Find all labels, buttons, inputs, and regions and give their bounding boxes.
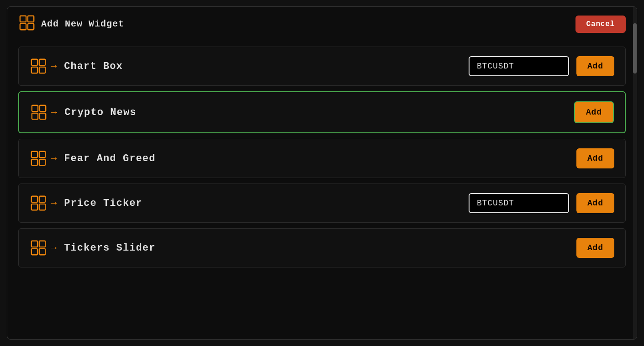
svg-rect-16 (32, 196, 37, 202)
arrow-icon-price-ticker: → (51, 198, 57, 209)
widget-icon-area-fear-and-greed: → (30, 150, 57, 167)
svg-rect-2 (20, 24, 26, 30)
widget-name-crypto-news: Crypto News (64, 107, 567, 118)
svg-rect-18 (32, 204, 37, 210)
widget-input-price-ticker[interactable] (469, 193, 569, 213)
add-button-fear-and-greed[interactable]: Add (576, 148, 614, 168)
widget-name-price-ticker: Price Ticker (64, 198, 461, 209)
arrow-icon-crypto-news: → (51, 107, 57, 118)
widget-name-tickers-slider: Tickers Slider (64, 242, 569, 254)
widget-row-fear-and-greed: → Fear And GreedAdd (18, 139, 626, 178)
svg-rect-4 (32, 59, 37, 65)
svg-rect-14 (32, 159, 37, 165)
arrow-icon-tickers-slider: → (51, 242, 57, 254)
svg-rect-8 (32, 105, 38, 111)
arrow-icon-fear-and-greed: → (51, 153, 57, 164)
svg-rect-21 (39, 241, 45, 247)
widget-name-fear-and-greed: Fear And Greed (64, 153, 569, 164)
widget-icon-area-price-ticker: → (30, 194, 57, 212)
add-button-crypto-news[interactable]: Add (574, 101, 614, 123)
svg-rect-15 (39, 159, 45, 165)
svg-rect-17 (39, 196, 45, 202)
widget-icon-area-chart-box: → (30, 58, 57, 75)
modal-body: → Chart BoxAdd → Crypto NewsAdd → Fear A… (7, 41, 637, 339)
modal-overlay: Add New Widget Cancel → Chart BoxAdd → (0, 0, 644, 346)
svg-rect-7 (39, 67, 45, 73)
add-button-chart-box[interactable]: Add (576, 56, 614, 76)
cancel-button[interactable]: Cancel (575, 16, 626, 33)
cube-icon-fear-and-greed (30, 150, 47, 167)
modal-title: Add New Widget (41, 19, 124, 29)
scrollbar-thumb[interactable] (633, 23, 637, 73)
widget-row-chart-box: → Chart BoxAdd (18, 47, 626, 86)
cube-icon-chart-box (30, 58, 47, 75)
widget-input-chart-box[interactable] (469, 56, 569, 76)
svg-rect-9 (40, 105, 46, 111)
widget-icon-area-crypto-news: → (30, 104, 57, 121)
svg-rect-10 (32, 113, 38, 119)
add-button-price-ticker[interactable]: Add (576, 193, 614, 213)
add-button-tickers-slider[interactable]: Add (576, 238, 614, 258)
widget-icon-area-tickers-slider: → (30, 239, 57, 257)
svg-rect-23 (39, 249, 45, 255)
cube-icon-price-ticker (30, 194, 47, 212)
cube-icon-crypto-news (30, 104, 48, 121)
arrow-icon-chart-box: → (51, 61, 57, 72)
svg-rect-19 (39, 204, 45, 210)
svg-rect-22 (32, 249, 37, 255)
svg-rect-13 (39, 152, 45, 157)
widget-row-crypto-news: → Crypto NewsAdd (18, 91, 626, 133)
svg-rect-12 (32, 152, 37, 157)
cube-icon-tickers-slider (30, 239, 47, 257)
add-widget-modal: Add New Widget Cancel → Chart BoxAdd → (7, 6, 637, 340)
svg-rect-3 (28, 24, 34, 30)
svg-rect-0 (20, 16, 26, 22)
widget-row-tickers-slider: → Tickers SliderAdd (18, 228, 626, 267)
svg-rect-11 (40, 113, 46, 119)
header-widget-icon (18, 14, 36, 34)
scrollbar-track[interactable] (633, 7, 637, 339)
svg-rect-5 (39, 59, 45, 65)
widget-row-price-ticker: → Price TickerAdd (18, 183, 626, 223)
modal-header: Add New Widget Cancel (7, 7, 637, 41)
modal-title-area: Add New Widget (18, 14, 124, 34)
svg-rect-6 (32, 67, 37, 73)
svg-rect-20 (32, 241, 37, 247)
widget-name-chart-box: Chart Box (64, 61, 461, 72)
svg-rect-1 (28, 16, 34, 22)
